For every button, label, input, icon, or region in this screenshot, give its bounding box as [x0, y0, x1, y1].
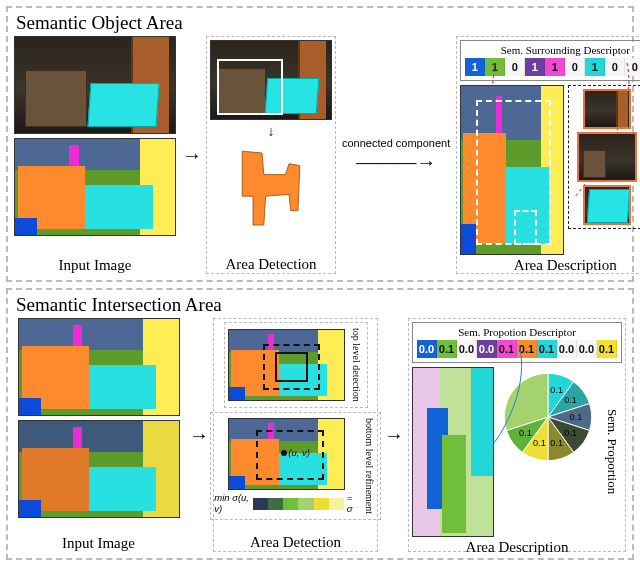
descriptor-cell: 0.0: [557, 340, 577, 358]
pie-value: 0.1: [550, 385, 563, 395]
col-detect-inter: top level detection (u, v) min σ(u, v) =…: [213, 318, 378, 552]
arrow-to-desc-inter: →: [384, 424, 402, 447]
label-detect-object: Area Detection: [225, 254, 316, 273]
proportion-pie: 0.10.10.10.10.10.10.1: [498, 367, 598, 467]
descriptor-inter-title: Sem. Propotion Descriptor: [458, 326, 576, 338]
title-object: Semantic Object Area: [16, 12, 626, 34]
panel-semantic-intersection: Semantic Intersection Area Input Image →: [6, 288, 634, 560]
pie-value: 0.1: [519, 428, 532, 438]
detect-crop: [210, 40, 332, 120]
pie-value: 0.1: [564, 395, 577, 405]
descriptor-cell: 0.0: [577, 340, 597, 358]
sigma-eq: = σ: [347, 492, 358, 514]
label-input-object: Input Image: [59, 255, 132, 274]
descriptor-cell: 1: [545, 58, 565, 76]
desc-seg-big-object: [460, 85, 564, 255]
input-seg-top: [14, 138, 176, 236]
desc-seg-big-inter: [412, 367, 494, 537]
col-desc-object: Sem. Surrounding Descriptor 1101101001 ↑: [456, 36, 640, 274]
descriptor-cell: 0.0: [477, 340, 497, 358]
descriptor-cell: 0: [625, 58, 640, 76]
descriptor-inter: 0.00.10.00.00.10.10.10.00.00.1: [417, 340, 617, 358]
uv-label: (u, v): [288, 447, 310, 458]
input-seg-a: [18, 318, 180, 416]
arrow-to-detect-inter: →: [189, 424, 207, 447]
descriptor-cell: 0.1: [437, 340, 457, 358]
col-input-object: Input Image: [14, 36, 176, 274]
detect-top-level: [228, 329, 345, 401]
col-desc-inter: Sem. Propotion Descriptor 0.00.10.00.00.…: [408, 318, 626, 552]
descriptor-object-title: Sem. Surrounding Descriptor: [501, 44, 630, 56]
connected-component-label: connected component: [342, 137, 450, 149]
label-input-inter: Input Image: [62, 533, 135, 552]
descriptor-cell: 0.0: [457, 340, 477, 358]
panel-semantic-object: Semantic Object Area Input Image →: [6, 6, 634, 282]
title-intersection: Semantic Intersection Area: [16, 294, 626, 316]
descriptor-cell: 0.0: [417, 340, 437, 358]
side-label-inter: Sem. Proportion: [602, 407, 622, 496]
pie-value: 0.1: [550, 438, 563, 448]
pie-value: 0.1: [533, 438, 546, 448]
arrow-down-icon: ↓: [268, 124, 275, 140]
input-photo-top: [14, 36, 176, 134]
arrow-to-detect-object: →: [182, 144, 200, 167]
descriptor-cell: 1: [585, 58, 605, 76]
descriptor-object-wrap: Sem. Surrounding Descriptor 1101101001: [460, 40, 640, 81]
chair-mask: [221, 144, 321, 234]
row-intersection: Input Image → top level detection: [14, 318, 626, 552]
descriptor-object: 1101101001: [465, 58, 640, 76]
descriptor-cell: 1: [465, 58, 485, 76]
descriptor-cell: 0.1: [537, 340, 557, 358]
descriptor-cell: 0.1: [597, 340, 617, 358]
descriptor-cell: 0: [505, 58, 525, 76]
pie-value: 0.1: [564, 428, 577, 438]
descriptor-cell: 0.1: [497, 340, 517, 358]
descriptor-inter-wrap: Sem. Propotion Descriptor 0.00.10.00.00.…: [412, 322, 622, 363]
label-desc-object: Area Description: [514, 255, 617, 274]
surrounding-thumbs: [568, 85, 640, 229]
pie-value: 0.1: [570, 412, 583, 422]
descriptor-cell: 0: [605, 58, 625, 76]
top-level-label: top level detection: [349, 326, 364, 404]
descriptor-cell: 0.1: [517, 340, 537, 358]
sigma-legend: [253, 498, 344, 510]
descriptor-cell: 1: [485, 58, 505, 76]
input-seg-b: [18, 420, 180, 518]
col-detect-object: ↓ Area Detection: [206, 36, 336, 274]
detect-bottom-level: (u, v): [228, 418, 345, 490]
label-desc-inter: Area Description: [466, 537, 569, 556]
descriptor-cell: 0: [565, 58, 585, 76]
label-detect-inter: Area Detection: [250, 532, 341, 551]
formula-min: min σ(u, v): [214, 492, 250, 514]
col-input-inter: Input Image: [14, 318, 183, 552]
descriptor-cell: 1: [525, 58, 545, 76]
arrow-to-desc-object: ———→: [356, 151, 436, 174]
bottom-level-label: bottom level refinement: [362, 416, 377, 516]
row-object: Input Image → ↓ Area Detection connected: [14, 36, 626, 274]
